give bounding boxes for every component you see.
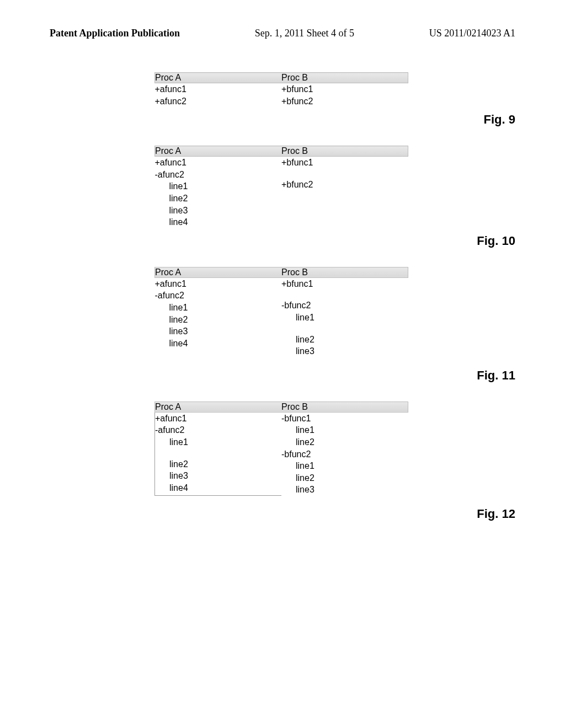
fig11-table: Proc A Proc B +afunc1 -afunc2 line1 line…	[154, 267, 408, 357]
code-line: +bfunc1	[281, 157, 408, 169]
code-line: +bfunc2	[281, 179, 408, 191]
fig10-procB-header: Proc B	[281, 146, 408, 157]
code-line: +afunc1	[155, 157, 282, 169]
code-line: -afunc2	[155, 290, 282, 302]
fig12-procA-header: Proc A	[155, 402, 282, 412]
fig12-procB-header: Proc B	[281, 402, 408, 412]
fig10-table: Proc A Proc B +afunc1 -afunc2 line1 line…	[154, 146, 408, 228]
figure-10: Proc A Proc B +afunc1 -afunc2 line1 line…	[50, 146, 515, 245]
code-line: -bfunc2	[281, 299, 408, 312]
blank-line	[281, 290, 408, 299]
fig11-procB-entries: +bfunc1 -bfunc2 line1 line2 line3	[281, 277, 408, 357]
header-center: Sep. 1, 2011 Sheet 4 of 5	[255, 28, 354, 39]
code-line: line2	[281, 436, 408, 448]
code-line: line3	[155, 205, 282, 217]
code-line: line2	[155, 314, 282, 326]
code-line: line2	[155, 192, 282, 205]
fig11-procB-header: Proc B	[281, 267, 408, 277]
page-header: Patent Application Publication Sep. 1, 2…	[50, 28, 515, 39]
code-line: +afunc1	[155, 83, 282, 95]
fig9-procA-header: Proc A	[155, 73, 282, 83]
fig9-table: Proc A Proc B +afunc1 +afunc2 +bfunc1 +b…	[154, 72, 408, 107]
code-line: line1	[155, 302, 282, 314]
code-line: line2	[281, 334, 408, 346]
page: Patent Application Publication Sep. 1, 2…	[0, 0, 565, 728]
code-line: +bfunc1	[281, 278, 408, 290]
code-line: line2	[281, 472, 408, 484]
fig9-procA-entries: +afunc1 +afunc2	[155, 83, 282, 108]
fig10-caption: Fig. 10	[477, 234, 515, 248]
fig12-caption: Fig. 12	[477, 507, 515, 521]
code-line: line1	[281, 460, 408, 472]
code-line: line1	[155, 436, 281, 448]
code-line: +afunc1	[155, 278, 282, 290]
fig9-caption: Fig. 9	[484, 113, 515, 127]
fig12-procA-entries: +afunc1 -afunc2 line1 line2 line3 line4	[155, 412, 282, 496]
code-line: line4	[155, 482, 281, 494]
blank-line	[281, 169, 408, 179]
figure-11: Proc A Proc B +afunc1 -afunc2 line1 line…	[50, 267, 515, 379]
fig10-procA-header: Proc A	[155, 146, 282, 157]
fig11-procA-entries: +afunc1 -afunc2 line1 line2 line3 line4	[155, 277, 282, 357]
code-line: -bfunc1	[281, 413, 408, 425]
fig12-procB-entries: -bfunc1 line1 line2 -bfunc2 line1 line2 …	[281, 412, 408, 496]
code-line: line4	[155, 216, 282, 228]
code-line: line2	[155, 458, 281, 470]
fig10-procB-entries: +bfunc1 +bfunc2	[281, 157, 408, 228]
code-line: +bfunc2	[281, 95, 408, 108]
code-line: line3	[281, 484, 408, 496]
code-line: -afunc2	[155, 424, 281, 436]
code-line: line1	[281, 312, 408, 324]
fig12-table: Proc A Proc B +afunc1 -afunc2 line1 line…	[154, 402, 408, 496]
code-line: -afunc2	[155, 169, 282, 181]
fig10-procA-entries: +afunc1 -afunc2 line1 line2 line3 line4	[155, 157, 282, 228]
code-line: line1	[155, 180, 282, 192]
figure-12: Proc A Proc B +afunc1 -afunc2 line1 line…	[50, 402, 515, 518]
header-right: US 2011/0214023 A1	[429, 28, 515, 39]
code-line: line3	[155, 325, 282, 338]
figure-9: Proc A Proc B +afunc1 +afunc2 +bfunc1 +b…	[50, 72, 515, 124]
code-line: +bfunc1	[281, 83, 408, 95]
fig11-procA-header: Proc A	[155, 267, 282, 277]
header-left: Patent Application Publication	[50, 28, 180, 39]
code-line: line3	[155, 470, 281, 482]
blank-line	[281, 324, 408, 334]
code-line: +afunc2	[155, 95, 282, 108]
code-line: line1	[281, 424, 408, 436]
blank-line	[155, 448, 281, 458]
code-line: +afunc1	[155, 413, 281, 425]
code-line: line3	[281, 345, 408, 357]
fig11-caption: Fig. 11	[477, 368, 515, 383]
fig9-procB-header: Proc B	[281, 73, 408, 83]
code-line: -bfunc2	[281, 448, 408, 461]
fig9-procB-entries: +bfunc1 +bfunc2	[281, 83, 408, 108]
code-line: line4	[155, 338, 282, 350]
